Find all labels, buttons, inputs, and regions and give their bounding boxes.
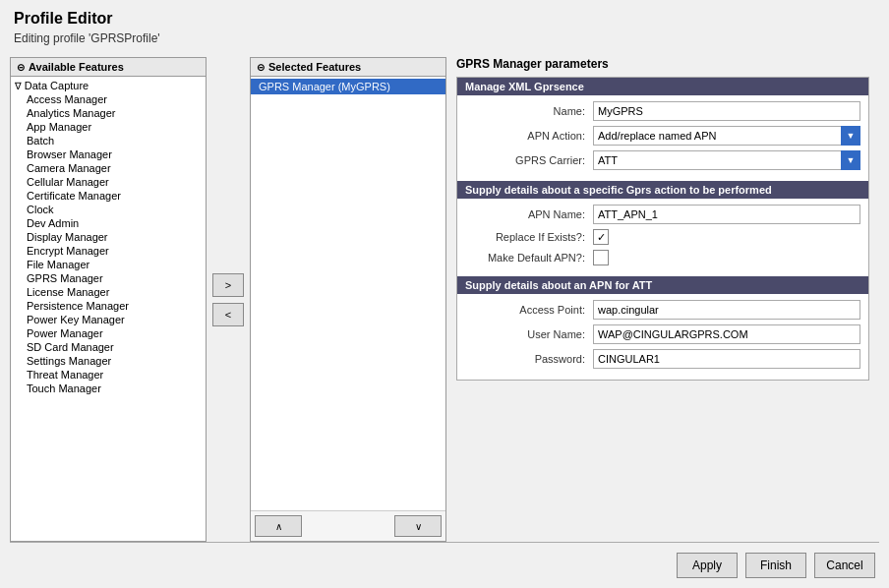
selected-panel-footer: ∧ ∨ xyxy=(251,510,445,541)
section-content: Name:APN Action:Add/replace named APNRem… xyxy=(457,95,868,181)
field-row: Replace If Exists?: xyxy=(465,229,860,245)
expand-icon: ∇ xyxy=(15,81,25,91)
section-header: Manage XML Gprsence xyxy=(457,78,868,95)
params-title: GPRS Manager parameters xyxy=(456,57,869,71)
list-item[interactable]: Touch Manager xyxy=(11,382,206,395)
section-header: Supply details about an APN for ATT xyxy=(457,276,868,294)
field-row: APN Action:Add/replace named APNRemove n… xyxy=(465,126,860,146)
field-label: Password: xyxy=(465,353,593,365)
list-item[interactable]: Camera Manager xyxy=(11,161,206,175)
field-label: Make Default APN?: xyxy=(465,252,593,264)
field-label: Access Point: xyxy=(465,304,593,316)
list-item[interactable]: Batch xyxy=(11,134,206,147)
selected-expand-icon: ⊝ xyxy=(257,62,265,73)
content-area: ⊝ Available Features ∇ Data CaptureAcces… xyxy=(0,57,889,542)
remove-feature-button[interactable]: < xyxy=(212,303,244,326)
list-item[interactable]: Display Manager xyxy=(11,230,206,244)
list-item[interactable]: Power Manager xyxy=(11,326,206,340)
list-item[interactable]: Browser Manager xyxy=(11,147,206,161)
field-input[interactable] xyxy=(593,349,860,369)
list-item[interactable]: Dev Admin xyxy=(11,216,206,230)
selected-panel-list: GPRS Manager (MyGPRS) xyxy=(251,77,445,510)
available-panel-header: ⊝ Available Features xyxy=(11,58,206,77)
field-row: Password: xyxy=(465,349,860,369)
list-item[interactable]: ∇ Data Capture xyxy=(11,79,206,92)
list-item[interactable]: Cellular Manager xyxy=(11,175,206,189)
field-input[interactable] xyxy=(593,205,860,224)
title-bar: Profile Editor Editing profile 'GPRSProf… xyxy=(0,0,889,57)
available-panel-list: ∇ Data CaptureAccess ManagerAnalytics Ma… xyxy=(11,77,206,541)
field-row: Name: xyxy=(465,101,860,121)
page-title: Profile Editor xyxy=(14,10,875,28)
list-item[interactable]: Threat Manager xyxy=(11,368,206,382)
field-select-wrap: Add/replace named APNRemove named APN▼ xyxy=(593,126,860,146)
field-label: APN Name: xyxy=(465,208,593,220)
list-item[interactable]: Encrypt Manager xyxy=(11,244,206,258)
list-item[interactable]: SD Card Manager xyxy=(11,340,206,354)
list-item[interactable]: App Manager xyxy=(11,120,206,134)
field-label: Replace If Exists?: xyxy=(465,231,593,243)
section-content: Access Point:User Name:Password: xyxy=(457,294,868,380)
selected-panel-title: Selected Features xyxy=(268,61,361,73)
list-item[interactable]: Analytics Manager xyxy=(11,106,206,120)
field-row: APN Name: xyxy=(465,205,860,224)
field-row: Access Point: xyxy=(465,300,860,320)
selected-panel: ⊝ Selected Features GPRS Manager (MyGPRS… xyxy=(250,57,446,542)
checkbox[interactable] xyxy=(593,250,609,265)
finish-button[interactable]: Finish xyxy=(745,553,806,578)
params-panel: GPRS Manager parameters Manage XML Gprse… xyxy=(446,57,879,542)
arrow-buttons-area: > < xyxy=(207,57,250,542)
section-header: Supply details about a specific Gprs act… xyxy=(457,181,868,199)
field-row: User Name: xyxy=(465,324,860,344)
field-input[interactable] xyxy=(593,101,860,121)
field-label: User Name: xyxy=(465,328,593,340)
params-body: Manage XML GprsenceName:APN Action:Add/r… xyxy=(456,77,869,381)
field-row: GPRS Carrier:ATTVerizonT-Mobile▼ xyxy=(465,150,860,170)
apply-button[interactable]: Apply xyxy=(677,553,738,578)
main-window: Profile Editor Editing profile 'GPRSProf… xyxy=(0,0,889,588)
list-item[interactable]: GPRS Manager (MyGPRS) xyxy=(251,79,445,94)
list-item[interactable]: Settings Manager xyxy=(11,354,206,368)
field-input[interactable] xyxy=(593,324,860,344)
list-item[interactable]: File Manager xyxy=(11,258,206,271)
expand-icon[interactable]: ⊝ xyxy=(17,62,25,73)
list-item[interactable]: Persistence Manager xyxy=(11,299,206,313)
move-up-button[interactable]: ∧ xyxy=(255,515,302,537)
subtitle: Editing profile 'GPRSProfile' xyxy=(14,31,875,45)
list-item[interactable]: GPRS Manager xyxy=(11,271,206,285)
cancel-button[interactable]: Cancel xyxy=(814,553,875,578)
field-select[interactable]: Add/replace named APNRemove named APN xyxy=(593,126,860,146)
field-select[interactable]: ATTVerizonT-Mobile xyxy=(593,150,860,170)
section-content: APN Name:Replace If Exists?:Make Default… xyxy=(457,199,868,276)
checkbox[interactable] xyxy=(593,229,609,245)
available-panel: ⊝ Available Features ∇ Data CaptureAcces… xyxy=(10,57,207,542)
bottom-bar: Apply Finish Cancel xyxy=(0,543,889,588)
move-down-button[interactable]: ∨ xyxy=(394,515,442,537)
list-item[interactable]: Access Manager xyxy=(11,92,206,106)
list-item[interactable]: Power Key Manager xyxy=(11,313,206,326)
field-label: APN Action: xyxy=(465,130,593,142)
field-row: Make Default APN?: xyxy=(465,250,860,265)
field-input[interactable] xyxy=(593,300,860,320)
available-panel-title: Available Features xyxy=(29,61,124,73)
field-label: GPRS Carrier: xyxy=(465,154,593,166)
list-item[interactable]: Clock xyxy=(11,203,206,216)
list-item[interactable]: Certificate Manager xyxy=(11,189,206,203)
add-feature-button[interactable]: > xyxy=(212,273,244,297)
field-label: Name: xyxy=(465,105,593,117)
list-item[interactable]: License Manager xyxy=(11,285,206,299)
selected-panel-header: ⊝ Selected Features xyxy=(251,58,445,77)
field-select-wrap: ATTVerizonT-Mobile▼ xyxy=(593,150,860,170)
